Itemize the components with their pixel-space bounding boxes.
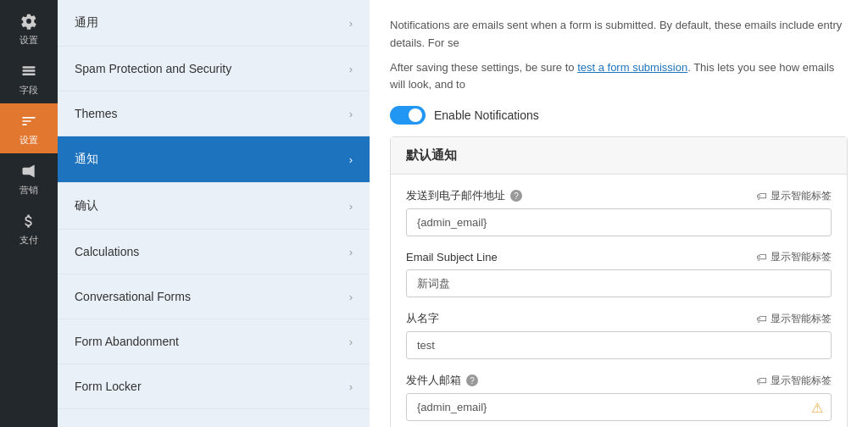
smart-tag-btn-subject[interactable]: 🏷 显示智能标签: [756, 250, 832, 264]
sidebar-item-payment-label: 支付: [19, 234, 38, 247]
menu-item-conversational-label: Conversational Forms: [75, 290, 191, 303]
smart-tag-btn-to-email[interactable]: 🏷 显示智能标签: [756, 189, 832, 203]
menu-item-locker-label: Form Locker: [75, 380, 142, 393]
form-row-subject: Email Subject Line 🏷 显示智能标签: [406, 250, 832, 297]
form-label-to-email: 发送到电子邮件地址 ?: [406, 188, 522, 203]
menu-item-spam[interactable]: Spam Protection and Security ›: [58, 47, 370, 92]
menu-item-confirmations[interactable]: 确认 ›: [58, 183, 370, 230]
menu-item-abandonment-label: Form Abandonment: [75, 335, 179, 348]
menu-sidebar: 通用 › Spam Protection and Security › Them…: [58, 0, 370, 427]
tag-icon-from-email: 🏷: [756, 374, 767, 387]
form-label-row-from-email: 发件人邮箱 ? 🏷 显示智能标签: [406, 373, 832, 388]
sidebar-item-fields-label: 字段: [19, 84, 38, 97]
smart-tag-btn-from-name[interactable]: 🏷 显示智能标签: [756, 312, 832, 326]
form-label-row-subject: Email Subject Line 🏷 显示智能标签: [406, 250, 832, 264]
help-icon-from-email[interactable]: ?: [466, 374, 478, 386]
input-from-name[interactable]: [406, 331, 832, 359]
warning-icon-from-email: ⚠: [811, 399, 823, 415]
info-text-2: After saving these settings, be sure to …: [390, 59, 848, 95]
menu-item-calculations-label: Calculations: [75, 245, 139, 258]
notification-title: 默认通知: [391, 137, 847, 175]
notification-body: 发送到电子邮件地址 ? 🏷 显示智能标签 Email Subject Line: [391, 175, 847, 427]
chevron-right-icon: ›: [349, 17, 353, 30]
menu-item-conversational[interactable]: Conversational Forms ›: [58, 274, 370, 319]
sidebar-item-config-label: 设置: [19, 134, 38, 147]
chevron-right-icon: ›: [349, 246, 353, 258]
menu-item-themes[interactable]: Themes ›: [58, 92, 370, 136]
gear-icon: [19, 12, 38, 30]
tag-icon-subject: 🏷: [756, 251, 767, 263]
icon-sidebar: 设置 字段 设置 营销: [0, 0, 58, 427]
menu-item-general[interactable]: 通用 ›: [58, 0, 370, 47]
fields-icon: [19, 62, 38, 80]
menu-item-locker[interactable]: Form Locker ›: [58, 364, 370, 409]
dollar-icon: [19, 212, 38, 230]
form-label-from-email: 发件人邮箱 ?: [406, 373, 478, 388]
form-row-from-name: 从名字 🏷 显示智能标签: [406, 311, 832, 359]
tag-icon-to-email: 🏷: [756, 190, 767, 202]
enable-notifications-row: Enable Notifications: [390, 106, 848, 125]
sidebar-item-marketing[interactable]: 营销: [0, 153, 58, 203]
menu-item-notifications-label: 通知: [75, 152, 98, 167]
chevron-right-icon: ›: [349, 336, 353, 348]
smart-tag-btn-from-email[interactable]: 🏷 显示智能标签: [756, 374, 832, 388]
chevron-right-icon: ›: [349, 291, 353, 303]
megaphone-icon: [19, 162, 38, 180]
input-to-email[interactable]: [406, 208, 832, 236]
form-label-from-name: 从名字: [406, 311, 439, 326]
test-submission-link[interactable]: test a form submission: [577, 61, 687, 74]
info-text-2-prefix: After saving these settings, be sure to: [390, 61, 577, 74]
menu-item-pages[interactable]: Form Pages ›: [58, 409, 370, 427]
chevron-right-icon: ›: [349, 153, 353, 166]
smart-tag-label-from-email: 显示智能标签: [771, 374, 832, 388]
menu-item-themes-label: Themes: [75, 107, 118, 120]
menu-item-spam-label: Spam Protection and Security: [75, 62, 231, 75]
smart-tag-label-from-name: 显示智能标签: [771, 312, 832, 326]
form-label-row-to-email: 发送到电子邮件地址 ? 🏷 显示智能标签: [406, 188, 832, 203]
menu-item-general-label: 通用: [75, 15, 98, 30]
sliders-icon: [19, 112, 38, 130]
menu-item-abandonment[interactable]: Form Abandonment ›: [58, 319, 370, 364]
enable-notifications-label: Enable Notifications: [434, 108, 539, 122]
help-icon-to-email[interactable]: ?: [510, 190, 522, 202]
chevron-right-icon: ›: [349, 380, 353, 393]
form-label-subject: Email Subject Line: [406, 251, 498, 263]
sidebar-item-payment[interactable]: 支付: [0, 203, 58, 253]
form-row-from-email: 发件人邮箱 ? 🏷 显示智能标签 ⚠: [406, 373, 832, 421]
label-text-from-name: 从名字: [406, 311, 439, 326]
sidebar-item-settings-label: 设置: [19, 34, 38, 47]
sidebar-item-settings[interactable]: 设置: [0, 3, 58, 53]
input-from-email[interactable]: [406, 393, 832, 421]
svg-rect-1: [23, 69, 36, 72]
form-label-row-from-name: 从名字 🏷 显示智能标签: [406, 311, 832, 326]
chevron-right-icon: ›: [349, 108, 353, 120]
sidebar-item-marketing-label: 营销: [19, 184, 38, 197]
label-text-subject: Email Subject Line: [406, 251, 498, 263]
smart-tag-label-to-email: 显示智能标签: [771, 189, 832, 203]
menu-item-confirmations-label: 确认: [75, 198, 98, 214]
menu-item-notifications[interactable]: 通知 ›: [58, 136, 370, 183]
svg-rect-0: [23, 66, 36, 69]
menu-item-calculations[interactable]: Calculations ›: [58, 230, 370, 274]
enable-notifications-toggle[interactable]: [390, 106, 426, 125]
notification-box: 默认通知 发送到电子邮件地址 ? 🏷 显示智能标签: [390, 136, 848, 427]
svg-rect-2: [23, 74, 36, 76]
smart-tag-label-subject: 显示智能标签: [771, 250, 832, 264]
input-wrapper-from-email: ⚠: [406, 393, 832, 421]
sidebar-item-config[interactable]: 设置: [0, 103, 58, 153]
tag-icon-from-name: 🏷: [756, 313, 767, 325]
label-text-from-email: 发件人邮箱: [406, 373, 461, 388]
chevron-right-icon: ›: [349, 200, 353, 213]
label-text-to-email: 发送到电子邮件地址: [406, 188, 505, 203]
main-content: Notifications are emails sent when a for…: [370, 0, 868, 427]
chevron-right-icon: ›: [349, 63, 353, 75]
input-subject[interactable]: [406, 269, 832, 297]
form-row-to-email: 发送到电子邮件地址 ? 🏷 显示智能标签: [406, 188, 832, 236]
sidebar-item-fields[interactable]: 字段: [0, 53, 58, 103]
info-text-1: Notifications are emails sent when a for…: [390, 17, 848, 53]
